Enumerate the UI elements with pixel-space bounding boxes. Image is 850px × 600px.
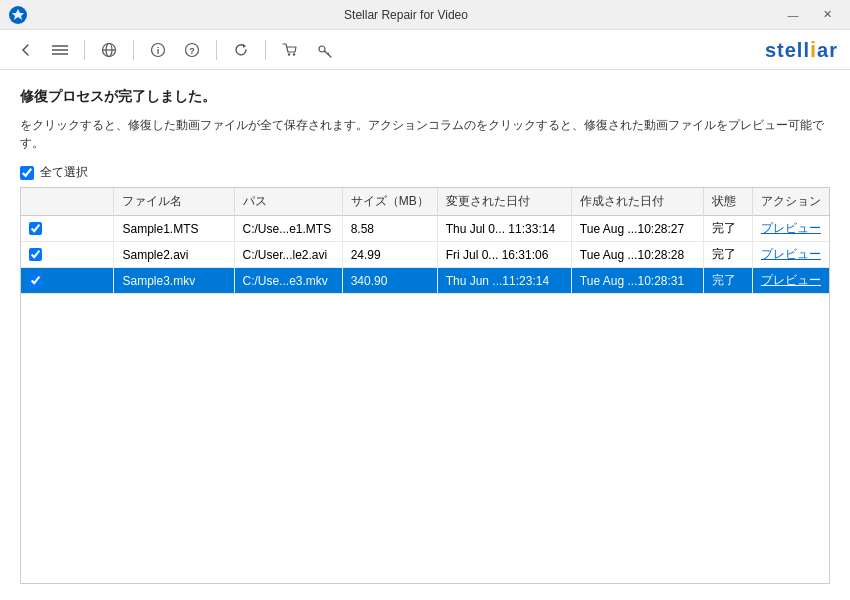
title-bar: Stellar Repair for Video — ✕ xyxy=(0,0,850,30)
help-button[interactable]: ? xyxy=(178,36,206,64)
window-controls: — ✕ xyxy=(778,5,842,25)
col-header-filename xyxy=(21,188,114,216)
globe-icon xyxy=(101,42,117,58)
table-header-row: ファイル名 パス サイズ（MB） 変更された日付 作成された日付 状態 アクショ… xyxy=(21,188,829,216)
toolbar: i ? stelliar xyxy=(0,30,850,70)
globe-button[interactable] xyxy=(95,36,123,64)
close-button[interactable]: ✕ xyxy=(812,5,842,25)
col-header-size: サイズ（MB） xyxy=(342,188,437,216)
col-header-action: アクション xyxy=(752,188,829,216)
file-table-body: Sample1.MTSC:/Use...e1.MTS8.58Thu Jul 0.… xyxy=(21,216,829,294)
row-filename: Sample2.avi xyxy=(114,242,234,268)
select-all-row: 全て選択 xyxy=(20,164,830,181)
row-action[interactable]: プレビュー xyxy=(752,268,829,294)
refresh-button[interactable] xyxy=(227,36,255,64)
logo-text: stelliar xyxy=(765,37,838,63)
row-action[interactable]: プレビュー xyxy=(752,216,829,242)
row-size: 340.90 xyxy=(342,268,437,294)
status-message: 修復プロセスが完了しました。 xyxy=(20,88,830,106)
row-size: 24.99 xyxy=(342,242,437,268)
row-checkbox-cell xyxy=(21,242,114,268)
svg-point-14 xyxy=(293,53,295,55)
cart-icon xyxy=(282,42,298,58)
menu-button[interactable] xyxy=(46,36,74,64)
svg-text:?: ? xyxy=(189,46,195,56)
key-icon xyxy=(316,42,332,58)
col-header-path: パス xyxy=(234,188,342,216)
col-header-created: 作成された日付 xyxy=(571,188,703,216)
select-all-label: 全て選択 xyxy=(40,164,88,181)
separator-3 xyxy=(216,40,217,60)
row-path: C:/Use...e3.mkv xyxy=(234,268,342,294)
refresh-icon xyxy=(233,42,249,58)
row-size: 8.58 xyxy=(342,216,437,242)
separator-4 xyxy=(265,40,266,60)
row-checkbox[interactable] xyxy=(29,222,42,235)
row-checkbox[interactable] xyxy=(29,274,42,287)
row-created: Tue Aug ...10:28:27 xyxy=(571,216,703,242)
back-icon xyxy=(18,42,34,58)
menu-icon xyxy=(52,44,68,56)
table-row[interactable]: Sample2.aviC:/User...le2.avi24.99Fri Jul… xyxy=(21,242,829,268)
row-modified: Fri Jul 0... 16:31:06 xyxy=(437,242,571,268)
preview-link[interactable]: プレビュー xyxy=(761,247,821,261)
help-icon: ? xyxy=(184,42,200,58)
file-table-container: ファイル名 パス サイズ（MB） 変更された日付 作成された日付 状態 アクショ… xyxy=(20,187,830,584)
preview-link[interactable]: プレビュー xyxy=(761,221,821,235)
cart-button[interactable] xyxy=(276,36,304,64)
svg-marker-12 xyxy=(243,44,246,48)
row-modified: Thu Jul 0... 11:33:14 xyxy=(437,216,571,242)
select-all-checkbox[interactable] xyxy=(20,166,34,180)
back-button[interactable] xyxy=(12,36,40,64)
info-icon: i xyxy=(150,42,166,58)
svg-text:i: i xyxy=(157,46,160,56)
row-path: C:/User...le2.avi xyxy=(234,242,342,268)
separator-1 xyxy=(84,40,85,60)
row-checkbox-cell xyxy=(21,268,114,294)
info-button[interactable]: i xyxy=(144,36,172,64)
row-created: Tue Aug ...10:28:31 xyxy=(571,268,703,294)
main-content: 修復プロセスが完了しました。 をクリックすると、修復した動画ファイルが全て保存さ… xyxy=(0,70,850,600)
row-modified: Thu Jun ...11:23:14 xyxy=(437,268,571,294)
app-icon xyxy=(8,5,28,25)
row-status: 完了 xyxy=(703,216,752,242)
settings-button[interactable] xyxy=(310,36,338,64)
preview-link[interactable]: プレビュー xyxy=(761,273,821,287)
row-action[interactable]: プレビュー xyxy=(752,242,829,268)
row-filename: Sample1.MTS xyxy=(114,216,234,242)
minimize-button[interactable]: — xyxy=(778,5,808,25)
table-row[interactable]: Sample1.MTSC:/Use...e1.MTS8.58Thu Jul 0.… xyxy=(21,216,829,242)
row-created: Tue Aug ...10:28:28 xyxy=(571,242,703,268)
row-filename: Sample3.mkv xyxy=(114,268,234,294)
table-row[interactable]: Sample3.mkvC:/Use...e3.mkv340.90Thu Jun … xyxy=(21,268,829,294)
row-checkbox[interactable] xyxy=(29,248,42,261)
col-header-status: 状態 xyxy=(703,188,752,216)
row-path: C:/Use...e1.MTS xyxy=(234,216,342,242)
brand-logo: stelliar xyxy=(765,37,838,63)
row-status: 完了 xyxy=(703,242,752,268)
col-header-filename-label: ファイル名 xyxy=(114,188,234,216)
file-table: ファイル名 パス サイズ（MB） 変更された日付 作成された日付 状態 アクショ… xyxy=(21,188,829,294)
sub-message: をクリックすると、修復した動画ファイルが全て保存されます。アクションコラムのをク… xyxy=(20,116,830,152)
row-status: 完了 xyxy=(703,268,752,294)
row-checkbox-cell xyxy=(21,216,114,242)
svg-point-13 xyxy=(288,53,290,55)
col-header-modified: 変更された日付 xyxy=(437,188,571,216)
separator-2 xyxy=(133,40,134,60)
window-title: Stellar Repair for Video xyxy=(34,8,778,22)
